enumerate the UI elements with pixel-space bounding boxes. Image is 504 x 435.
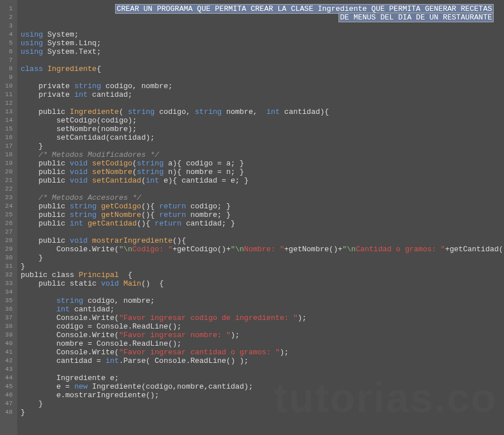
code-line[interactable]: private string codigo, nombre;: [21, 82, 504, 90]
code-line[interactable]: Console.Write("Favor ingresar codigo de …: [21, 314, 504, 322]
code-line[interactable]: string codigo, nombre;: [21, 296, 504, 305]
line-number: 8: [2, 65, 13, 73]
code-line[interactable]: /* Metodos Accesores */: [21, 193, 504, 202]
code-token: int: [266, 108, 284, 116]
code-token: e.mostrarIngrediente();: [21, 391, 159, 400]
code-token: void: [70, 159, 92, 168]
code-line[interactable]: public int getCantidad(){ return cantida…: [21, 219, 504, 228]
line-number: 34: [2, 288, 13, 296]
code-line[interactable]: public Ingrediente( string codigo, strin…: [21, 108, 504, 116]
code-line[interactable]: Console.Write("\nCodigo: "+getCodigo()+"…: [21, 245, 504, 254]
code-line[interactable]: Console.Write("Favor ingresar cantidad o…: [21, 348, 504, 357]
code-line[interactable]: public string getNombre(){ return nombre…: [21, 211, 504, 219]
code-token: codigo,: [159, 108, 195, 116]
line-number: 31: [2, 262, 13, 271]
line-number: 11: [2, 90, 13, 99]
code-token: return: [159, 202, 191, 211]
code-line[interactable]: e.mostrarIngrediente();: [21, 391, 504, 400]
code-line[interactable]: DE MENUS DEL DIA DE UN RESTAURANTE: [21, 13, 504, 22]
code-line[interactable]: public class Principal {: [21, 271, 504, 279]
code-line[interactable]: public void setCantidad(int e){ cantidad…: [21, 176, 504, 185]
code-line[interactable]: e = new Ingrediente(codigo,nombre,cantid…: [21, 382, 504, 391]
code-line[interactable]: public void setCodigo(string a){ codigo …: [21, 159, 504, 168]
code-line[interactable]: }: [21, 254, 504, 262]
code-token: int: [56, 305, 74, 314]
code-token: Console.Write(: [21, 348, 119, 357]
code-content-area[interactable]: CREAR UN PROGRAMA QUE PERMITA CREAR LA C…: [17, 0, 504, 435]
code-line[interactable]: public string getCodigo(){ return codigo…: [21, 202, 504, 211]
line-number: 46: [2, 391, 13, 400]
code-line[interactable]: setCantidad(cantidad);: [21, 133, 504, 142]
code-line[interactable]: codigo = Console.ReadLine();: [21, 322, 504, 331]
code-line[interactable]: [21, 228, 504, 236]
code-token: (: [132, 159, 137, 168]
code-token: return: [155, 219, 186, 228]
code-line[interactable]: [21, 73, 504, 82]
code-line[interactable]: }: [21, 142, 504, 151]
code-token: codigo = Console.ReadLine();: [21, 322, 182, 331]
line-number: 14: [2, 116, 13, 125]
code-line[interactable]: }: [21, 408, 504, 417]
code-line[interactable]: using System.Text;: [21, 48, 504, 56]
code-token: );: [280, 348, 289, 357]
code-token: "\n: [342, 245, 356, 254]
selected-text[interactable]: DE MENUS DEL DIA DE UN RESTAURANTE: [338, 13, 494, 22]
code-token: public: [21, 211, 70, 219]
code-token: getNombre: [101, 211, 141, 219]
code-token: Cantidad o gramos: ": [356, 245, 445, 254]
code-line[interactable]: using System;: [21, 30, 504, 39]
line-number: 12: [2, 99, 13, 108]
code-line[interactable]: }: [21, 400, 504, 408]
code-line[interactable]: [21, 99, 504, 108]
code-token: System.Text;: [48, 48, 101, 56]
code-line[interactable]: [21, 185, 504, 193]
code-line[interactable]: [21, 22, 504, 30]
code-token: +getNombre()+: [284, 245, 342, 254]
code-line[interactable]: using System.Linq;: [21, 39, 504, 48]
code-line[interactable]: setCodigo(codigo);: [21, 116, 504, 125]
code-line[interactable]: int cantidad;: [21, 305, 504, 314]
code-line[interactable]: public void setNombre(string n){ nombre …: [21, 168, 504, 176]
code-token: setCodigo(codigo);: [21, 116, 137, 125]
line-number-gutter: 1234567891011121314151617181920212223242…: [0, 0, 17, 435]
code-token: /* Metodos Modificadores */: [21, 151, 159, 159]
code-line[interactable]: }: [21, 262, 504, 271]
code-token: /* Metodos Accesores */: [21, 193, 141, 202]
code-line[interactable]: CREAR UN PROGRAMA QUE PERMITA CREAR LA C…: [21, 5, 504, 13]
code-line[interactable]: /* Metodos Modificadores */: [21, 151, 504, 159]
code-line[interactable]: Console.Write("Favor ingresar nombre: ")…: [21, 331, 504, 339]
code-token: "Favor ingresar codigo de ingrediente: ": [119, 314, 298, 322]
code-token: cantidad;: [92, 90, 132, 99]
code-token: }: [21, 408, 25, 417]
line-number: 22: [2, 185, 13, 193]
code-line[interactable]: [21, 288, 504, 296]
code-token: Codigo: ": [132, 245, 172, 254]
code-line[interactable]: public void mostrarIngrediente(){: [21, 236, 504, 245]
code-line[interactable]: public static void Main() {: [21, 279, 504, 288]
code-token: System.Linq;: [48, 39, 101, 48]
code-line[interactable]: private int cantidad;: [21, 90, 504, 99]
code-token: nombre; }: [190, 211, 230, 219]
code-token: }: [21, 400, 43, 408]
code-token: using: [21, 30, 48, 39]
code-line[interactable]: Ingrediente e;: [21, 374, 504, 382]
code-token: cantidad =: [21, 357, 105, 365]
line-number: 30: [2, 254, 13, 262]
line-number: 7: [2, 56, 13, 65]
code-token: public static: [21, 279, 101, 288]
code-line[interactable]: setNombre(nombre);: [21, 125, 504, 133]
line-number: 6: [2, 48, 13, 56]
code-token: "\n: [231, 245, 244, 254]
code-editor[interactable]: 1234567891011121314151617181920212223242…: [0, 0, 504, 435]
code-line[interactable]: [21, 56, 504, 65]
code-token: void: [70, 176, 92, 185]
code-token: string: [137, 159, 168, 168]
code-token: string: [74, 82, 106, 90]
code-token: cantidad){: [284, 108, 329, 116]
line-number: 19: [2, 159, 13, 168]
code-line[interactable]: [21, 365, 504, 374]
code-line[interactable]: nombre = Console.ReadLine();: [21, 339, 504, 348]
line-number: 41: [2, 348, 13, 357]
code-line[interactable]: class Ingrediente{: [21, 65, 504, 73]
code-line[interactable]: cantidad = int.Parse( Console.ReadLine()…: [21, 357, 504, 365]
